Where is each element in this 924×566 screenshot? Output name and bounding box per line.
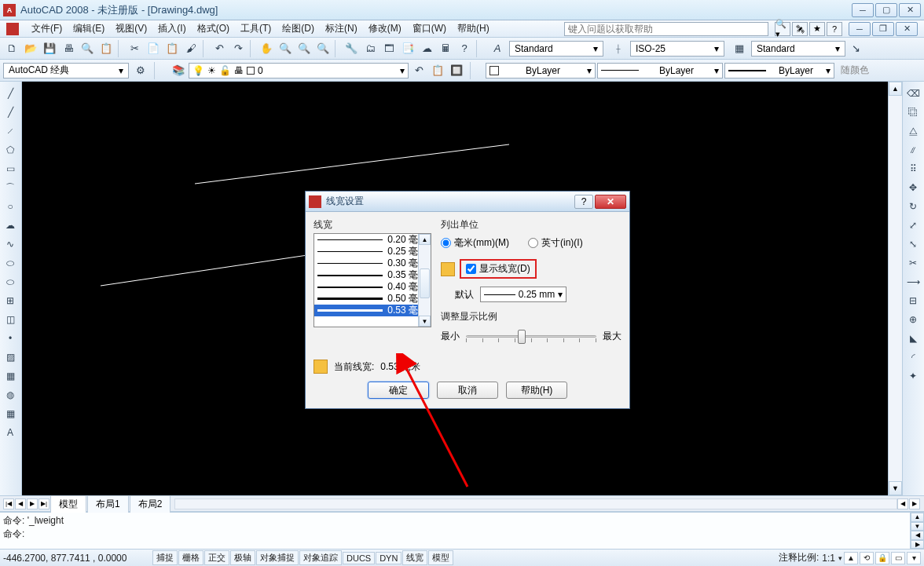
tab-layout1[interactable]: 布局1 xyxy=(87,495,129,513)
offset-icon[interactable]: ⫽ xyxy=(904,141,922,159)
array-icon[interactable]: ⠿ xyxy=(904,160,922,177)
lineweight-dropdown[interactable]: ByLayer ▾ xyxy=(724,63,834,79)
preview-icon[interactable]: 🔍 xyxy=(79,40,96,57)
circle-icon[interactable]: ○ xyxy=(2,198,19,215)
dim-style-dropdown[interactable]: ISO-25▾ xyxy=(630,41,724,57)
explode-icon[interactable]: ✦ xyxy=(904,367,922,385)
status-dyn[interactable]: DYN xyxy=(376,552,402,564)
menu-file[interactable]: 文件(F) xyxy=(27,20,67,37)
table-style-dropdown[interactable]: Standard▾ xyxy=(751,41,845,57)
status-model[interactable]: 模型 xyxy=(428,550,453,565)
region-icon[interactable]: ◍ xyxy=(2,386,19,404)
lineweight-list-item[interactable]: 0.40 毫米 xyxy=(314,281,431,293)
designcenter-icon[interactable]: 🗂 xyxy=(361,40,379,57)
help-search-input[interactable] xyxy=(564,22,768,36)
mirror-icon[interactable]: ⧋ xyxy=(904,122,922,140)
rectangle-icon[interactable]: ▭ xyxy=(2,160,19,177)
block-icon[interactable]: ◫ xyxy=(2,311,19,328)
ellipsearc-icon[interactable]: ⬭ xyxy=(2,273,19,290)
paste-icon[interactable]: 📋 xyxy=(163,40,181,57)
help-star-icon[interactable]: ★ xyxy=(809,22,825,36)
rotate-icon[interactable]: ↻ xyxy=(904,198,922,215)
menu-edit[interactable]: 编辑(E) xyxy=(68,20,109,37)
hscroll-right-icon[interactable]: ▶ xyxy=(909,498,920,509)
save-icon[interactable]: 💾 xyxy=(41,40,58,57)
break-icon[interactable]: ⊟ xyxy=(904,292,922,309)
markup-icon[interactable]: ☁ xyxy=(418,40,435,57)
fillet-icon[interactable]: ◜ xyxy=(904,349,922,366)
horizontal-scrollbar[interactable] xyxy=(174,498,897,509)
tab-last-icon[interactable]: ▶| xyxy=(38,498,50,509)
layer-prev-icon[interactable]: ↶ xyxy=(410,62,427,79)
help-comm-icon[interactable]: 🛰 xyxy=(792,22,808,36)
lineweight-list-item[interactable]: 0.50 毫米 xyxy=(314,293,431,305)
default-lineweight-dropdown[interactable]: 0.25 mm ▾ xyxy=(480,287,566,302)
radio-mm[interactable]: 毫米(mm)(M) xyxy=(441,236,509,250)
point-icon[interactable]: • xyxy=(2,330,19,347)
help-search-icon[interactable]: 🔍▾ xyxy=(775,22,790,36)
menu-draw[interactable]: 绘图(D) xyxy=(277,20,319,37)
line-icon[interactable]: ╱ xyxy=(2,85,19,102)
status-polar[interactable]: 极轴 xyxy=(230,550,255,565)
text-style-dropdown[interactable]: Standard▾ xyxy=(509,41,603,57)
extend-icon[interactable]: ⟶ xyxy=(904,273,922,290)
workspace-settings-icon[interactable]: ⚙ xyxy=(132,62,149,79)
doc-minimize-button[interactable]: ─ xyxy=(849,22,871,36)
maximize-button[interactable]: ▢ xyxy=(875,3,897,17)
menu-format[interactable]: 格式(O) xyxy=(192,20,234,37)
menu-help[interactable]: 帮助(H) xyxy=(453,20,494,37)
anno-auto-icon[interactable]: ⟲ xyxy=(860,552,874,564)
gradient-icon[interactable]: ▦ xyxy=(2,367,19,385)
undo-icon[interactable]: ↶ xyxy=(211,40,228,57)
arc-icon[interactable]: ⌒ xyxy=(2,179,19,196)
mleader-icon[interactable]: ↘ xyxy=(847,40,864,57)
zoom-win-icon[interactable]: 🔍 xyxy=(295,40,313,57)
command-scrollbar[interactable]: ▲▼ ◀▶ xyxy=(910,513,924,549)
lineweight-list-item[interactable]: 0.30 毫米 xyxy=(314,257,431,269)
lineweight-list-item[interactable]: 0.25 毫米 xyxy=(314,246,431,257)
polygon-icon[interactable]: ⬠ xyxy=(2,141,19,159)
copy-icon[interactable]: 📄 xyxy=(145,40,162,57)
layer-iso-icon[interactable]: 🔲 xyxy=(448,62,465,79)
command-line[interactable]: 命令: '_lweight 命令: xyxy=(0,513,910,549)
lineweight-list-item[interactable]: 0.20 毫米 xyxy=(314,234,431,246)
lineweight-list-item[interactable]: 0.53 毫米 xyxy=(314,305,431,316)
dialog-close-button[interactable]: ✕ xyxy=(595,195,626,209)
status-ducs[interactable]: DUCS xyxy=(343,552,375,564)
lock-ui-icon[interactable]: 🔒 xyxy=(875,552,889,564)
menu-modify[interactable]: 修改(M) xyxy=(364,20,406,37)
move-icon[interactable]: ✥ xyxy=(904,179,922,196)
hscroll-left-icon[interactable]: ◀ xyxy=(897,498,908,509)
status-otrack[interactable]: 对象追踪 xyxy=(299,550,342,565)
pline-icon[interactable]: ⟋ xyxy=(2,122,19,140)
cancel-button[interactable]: 取消 xyxy=(437,382,498,399)
pan-icon[interactable]: ✋ xyxy=(258,40,275,57)
publish-icon[interactable]: 📋 xyxy=(97,40,115,57)
insert-icon[interactable]: ⊞ xyxy=(2,292,19,309)
tablestyle-icon[interactable]: ▦ xyxy=(731,40,748,57)
erase-icon[interactable]: ⌫ xyxy=(904,85,922,102)
status-ortho[interactable]: 正交 xyxy=(204,550,229,565)
workspace-dropdown[interactable]: AutoCAD 经典▾ xyxy=(3,63,129,79)
radio-inch[interactable]: 英寸(in)(I) xyxy=(528,236,583,250)
clean-icon[interactable]: ▾ xyxy=(907,552,921,564)
tab-prev-icon[interactable]: ◀ xyxy=(15,498,26,509)
status-lwt[interactable]: 线宽 xyxy=(402,550,427,565)
display-scale-slider[interactable] xyxy=(466,328,596,344)
trim-icon[interactable]: ✂ xyxy=(904,254,922,272)
zoom-prev-icon[interactable]: 🔍 xyxy=(314,40,332,57)
textstyle-icon[interactable]: A xyxy=(489,40,506,57)
dimstyle-icon[interactable]: ⟊ xyxy=(610,40,627,57)
status-grid[interactable]: 栅格 xyxy=(178,550,204,565)
tab-model[interactable]: 模型 xyxy=(50,495,86,513)
tab-layout2[interactable]: 布局2 xyxy=(130,495,171,513)
spline-icon[interactable]: ∿ xyxy=(2,236,19,253)
properties-icon[interactable]: 🔧 xyxy=(343,40,360,57)
tab-next-icon[interactable]: ▶ xyxy=(27,498,38,509)
list-scrollbar[interactable]: ▲▼ xyxy=(418,234,431,327)
status-osnap[interactable]: 对象捕捉 xyxy=(256,550,299,565)
table-icon[interactable]: ▦ xyxy=(2,405,19,422)
menu-tools[interactable]: 工具(T) xyxy=(236,20,276,37)
tab-first-icon[interactable]: |◀ xyxy=(3,498,14,509)
layer-dropdown[interactable]: 💡 ☀ 🔓 🖶 0 ▾ xyxy=(189,63,409,79)
